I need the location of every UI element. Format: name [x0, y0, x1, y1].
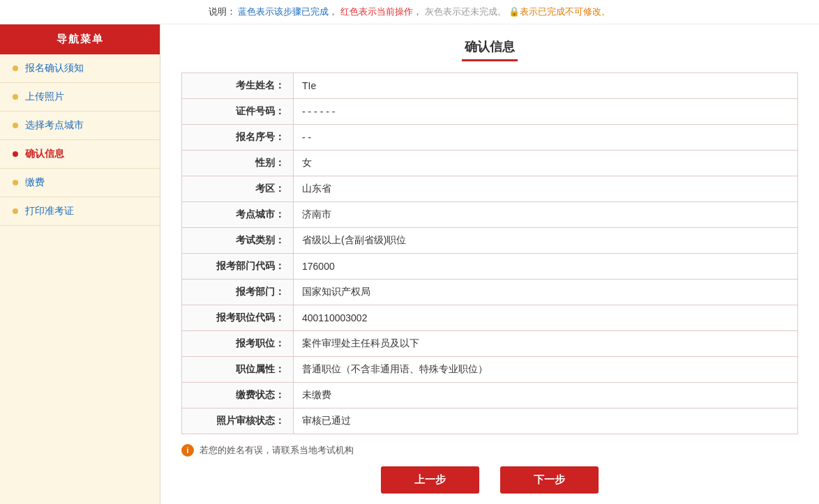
table-row-6: 考试类别：省级以上(含副省级)职位	[182, 228, 798, 254]
sidebar-dot-3	[13, 151, 18, 157]
table-row-10: 报考职位：案件审理处主任科员及以下	[182, 331, 798, 357]
content-area: 确认信息 考生姓名：TIe证件号码：- - - - - -报名序号：- -性别：…	[160, 24, 819, 504]
sidebar-dot-5	[13, 208, 18, 214]
table-row-12: 缴费状态：未缴费	[182, 383, 798, 408]
info-table: 考生姓名：TIe证件号码：- - - - - -报名序号：- -性别：女考区：山…	[181, 72, 798, 434]
title-underline	[462, 59, 518, 61]
notice-gray: 灰色表示还未完成。	[425, 6, 506, 17]
field-label-5: 考点城市：	[182, 202, 294, 228]
sidebar-label-0: 报名确认须知	[25, 62, 84, 75]
bottom-notice-text: 若您的姓名有误，请联系当地考试机构	[200, 444, 354, 457]
table-row-4: 考区：山东省	[182, 176, 798, 202]
table-row-8: 报考部门：国家知识产权局	[182, 280, 798, 305]
sidebar-item-4[interactable]: 缴费	[0, 169, 160, 197]
field-value-6: 省级以上(含副省级)职位	[294, 228, 798, 254]
sidebar-label-3: 确认信息	[25, 148, 64, 160]
sidebar-label-5: 打印准考证	[25, 205, 74, 217]
field-label-8: 报考部门：	[182, 280, 294, 305]
field-value-0: TIe	[294, 73, 798, 99]
sidebar-item-0[interactable]: 报名确认须知	[0, 54, 160, 83]
sidebar-dot-1	[13, 94, 18, 100]
sidebar-label-1: 上传照片	[25, 91, 64, 103]
field-label-7: 报考部门代码：	[182, 254, 294, 280]
bottom-notice-row: i 若您的姓名有误，请联系当地考试机构	[181, 444, 798, 457]
notice-orange: 🔒表示已完成不可修改。	[509, 6, 610, 17]
notice-blue: 蓝色表示该步骤已完成，	[238, 6, 338, 17]
table-row-9: 报考职位代码：400110003002	[182, 305, 798, 331]
field-label-13: 照片审核状态：	[182, 408, 294, 434]
field-value-7: 176000	[294, 254, 798, 280]
field-label-4: 考区：	[182, 176, 294, 202]
table-row-5: 考点城市：济南市	[182, 202, 798, 228]
notice-icon: i	[181, 444, 194, 457]
table-row-3: 性别：女	[182, 151, 798, 176]
field-value-10: 案件审理处主任科员及以下	[294, 331, 798, 357]
field-value-11: 普通职位（不含非通用语、特殊专业职位）	[294, 357, 798, 383]
field-value-4: 山东省	[294, 176, 798, 202]
next-button[interactable]: 下一步	[500, 466, 599, 494]
sidebar: 导航菜单 报名确认须知上传照片选择考点城市确认信息缴费打印准考证	[0, 24, 160, 504]
table-row-7: 报考部门代码：176000	[182, 254, 798, 280]
prev-button[interactable]: 上一步	[381, 466, 479, 494]
notice-red: 红色表示当前操作，	[340, 6, 422, 17]
field-value-3: 女	[294, 151, 798, 176]
sidebar-title: 导航菜单	[0, 24, 160, 54]
button-row: 上一步 下一步	[181, 466, 798, 494]
field-label-10: 报考职位：	[182, 331, 294, 357]
field-value-5: 济南市	[294, 202, 798, 228]
field-label-11: 职位属性：	[182, 357, 294, 383]
field-value-1: - - - - - -	[294, 99, 798, 125]
table-row-11: 职位属性：普通职位（不含非通用语、特殊专业职位）	[182, 357, 798, 383]
table-row-2: 报名序号：- -	[182, 125, 798, 151]
field-value-13: 审核已通过	[294, 408, 798, 434]
field-label-6: 考试类别：	[182, 228, 294, 254]
main-layout: 导航菜单 报名确认须知上传照片选择考点城市确认信息缴费打印准考证 确认信息 考生…	[0, 24, 819, 504]
sidebar-label-4: 缴费	[25, 176, 45, 189]
sidebar-label-2: 选择考点城市	[25, 119, 84, 132]
field-label-0: 考生姓名：	[182, 73, 294, 99]
field-value-12: 未缴费	[294, 383, 798, 408]
sidebar-item-5[interactable]: 打印准考证	[0, 197, 160, 226]
field-label-9: 报考职位代码：	[182, 305, 294, 331]
table-row-13: 照片审核状态：审核已通过	[182, 408, 798, 434]
field-label-12: 缴费状态：	[182, 383, 294, 408]
sidebar-dot-0	[13, 66, 18, 71]
field-label-1: 证件号码：	[182, 99, 294, 125]
sidebar-dot-4	[13, 180, 18, 185]
table-row-0: 考生姓名：TIe	[182, 73, 798, 99]
notice-prefix: 说明：	[209, 6, 236, 17]
field-label-3: 性别：	[182, 151, 294, 176]
sidebar-dot-2	[13, 123, 18, 128]
field-label-2: 报名序号：	[182, 125, 294, 151]
top-notice: 说明： 蓝色表示该步骤已完成， 红色表示当前操作， 灰色表示还未完成。 🔒表示已…	[0, 0, 819, 24]
page-title: 确认信息	[181, 38, 798, 55]
table-row-1: 证件号码：- - - - - -	[182, 99, 798, 125]
field-value-9: 400110003002	[294, 305, 798, 331]
sidebar-item-3[interactable]: 确认信息	[0, 140, 160, 169]
field-value-2: - -	[294, 125, 798, 151]
field-value-8: 国家知识产权局	[294, 280, 798, 305]
sidebar-item-1[interactable]: 上传照片	[0, 83, 160, 112]
sidebar-item-2[interactable]: 选择考点城市	[0, 112, 160, 140]
